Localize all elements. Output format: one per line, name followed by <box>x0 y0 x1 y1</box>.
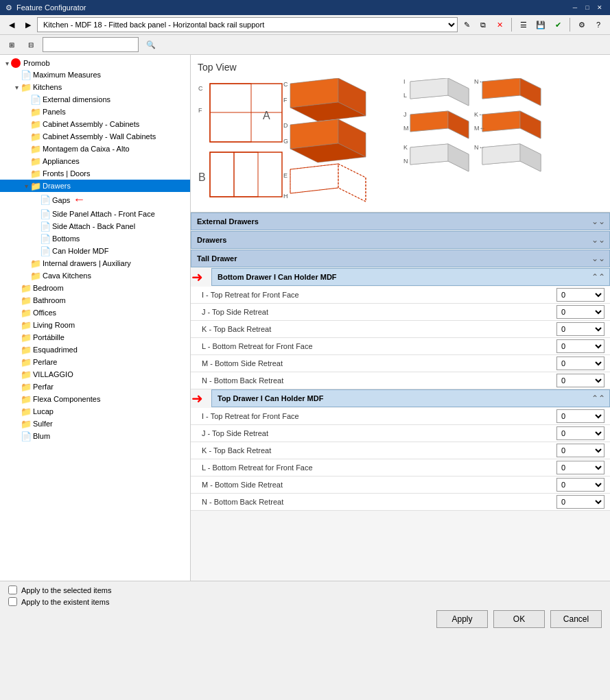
sidebar-item-offices[interactable]: 📁Offices <box>0 306 190 319</box>
property-select[interactable]: 0 <box>556 305 605 319</box>
sidebar-item-internal-drawers[interactable]: 📁Internal drawers | Auxiliary <box>0 257 190 269</box>
toolbar-back-button[interactable]: ◀ <box>4 17 19 32</box>
sidebar-item-villaggio[interactable]: 📁VILLAGGIO <box>0 368 190 381</box>
sidebar-item-promob[interactable]: ▾Promob <box>0 58 190 69</box>
sidebar-item-gaps[interactable]: 📄Gaps← <box>0 192 190 208</box>
sidebar-item-portabille[interactable]: 📁Portábille <box>0 331 190 343</box>
tree-collapse-button[interactable]: ⊞ <box>4 37 19 52</box>
minimize-button[interactable]: ─ <box>570 3 580 12</box>
property-select[interactable]: 0 <box>556 374 605 387</box>
toolbar-delete-button[interactable]: ✕ <box>492 17 507 32</box>
sidebar-item-side-attach-back[interactable]: 📄Side Attach - Back Panel <box>0 220 190 232</box>
property-select[interactable]: 0 <box>556 357 605 370</box>
toolbar-copy-button[interactable]: ⧉ <box>476 17 491 32</box>
apply-selected-label[interactable]: Apply to the selected items <box>21 586 111 594</box>
toolbar-forward-button[interactable]: ▶ <box>21 17 36 32</box>
sidebar-item-cab-assem-wall[interactable]: 📁Cabinet Assembly - Wall Cabinets <box>0 130 190 143</box>
search-bar: ⊞ ⊟ 🔍 <box>0 35 610 55</box>
configuration-dropdown[interactable]: Kitchen - MDF 18 - Fitted back panel - H… <box>37 17 458 32</box>
section-header-top-drawer[interactable]: ➜Top Drawer I Can Holder MDF⌃⌃ <box>211 389 610 407</box>
sidebar-item-bedroom[interactable]: 📁Bedroom <box>0 282 190 294</box>
property-label: K - Top Back Retreat <box>202 325 550 333</box>
sidebar-item-max-measures[interactable]: 📄Maximum Measures <box>0 69 190 81</box>
title-bar: ⚙ Feature Configurator ─ □ ✕ <box>0 0 610 15</box>
svg-text:M: M <box>403 125 409 132</box>
close-button[interactable]: ✕ <box>595 3 605 12</box>
toolbar-settings-button[interactable]: ⚙ <box>574 17 589 32</box>
sidebar-item-ext-dim[interactable]: 📄External dimensions <box>0 93 190 106</box>
maximize-button[interactable]: □ <box>583 3 592 12</box>
toolbar-save-button[interactable]: 💾 <box>532 17 549 32</box>
property-select[interactable]: 0 <box>556 495 605 509</box>
section-header-tall-drawer[interactable]: Tall Drawer⌄⌄ <box>191 250 610 267</box>
property-select[interactable]: 0 <box>556 478 605 492</box>
apply-existent-label[interactable]: Apply to the existent items <box>21 598 109 606</box>
apply-existent-checkbox[interactable] <box>8 597 17 606</box>
svg-text:F: F <box>283 97 288 104</box>
sidebar-item-cava[interactable]: 📁Cava Kitchens <box>0 269 190 282</box>
tree-expand-icon[interactable]: ▾ <box>12 83 21 91</box>
sidebar-item-montagem[interactable]: 📁Montagem da Caixa - Alto <box>0 143 190 155</box>
section-header-external-drawers[interactable]: External Drawers⌄⌄ <box>191 213 610 230</box>
sidebar-item-bottoms[interactable]: 📄Bottoms <box>0 232 190 245</box>
tree-item-icon: 📁 <box>21 381 32 392</box>
sidebar-label-perlare: Perlare <box>32 358 57 366</box>
toolbar-check-button[interactable]: ✔ <box>550 17 565 32</box>
sidebar-item-perlare[interactable]: 📁Perlare <box>0 356 190 368</box>
sidebar-item-side-panel-attach[interactable]: 📄Side Panel Attach - Front Face <box>0 208 190 220</box>
property-select[interactable]: 0 <box>556 322 605 336</box>
sidebar-item-panels[interactable]: 📁Panels <box>0 106 190 118</box>
svg-text:I: I <box>403 78 406 85</box>
tree-expand-icon <box>32 247 40 255</box>
diagram-title: Top View <box>198 62 603 73</box>
sidebar-label-cab-assem-cab: Cabinet Assembly - Cabinets <box>41 120 139 128</box>
tree-expand-button[interactable]: ⊟ <box>23 37 38 52</box>
sidebar-item-cab-assem-cab[interactable]: 📁Cabinet Assembly - Cabinets <box>0 118 190 130</box>
sidebar-item-fronts-doors[interactable]: 📁Fronts | Doors <box>0 167 190 180</box>
sidebar-item-kitchens[interactable]: ▾📁Kitchens <box>0 81 190 93</box>
search-button[interactable]: 🔍 <box>143 37 159 52</box>
sidebar-item-blum[interactable]: 📄Blum <box>0 430 190 442</box>
toolbar-list-button[interactable]: ☰ <box>516 17 531 32</box>
property-select[interactable]: 0 <box>556 339 605 353</box>
property-select[interactable]: 0 <box>556 288 605 302</box>
sidebar-item-esquadrimed[interactable]: 📁Esquadrimed <box>0 343 190 356</box>
sidebar-item-perfar[interactable]: 📁Perfar <box>0 381 190 393</box>
sidebar-item-flexa[interactable]: 📁Flexa Componentes <box>0 393 190 405</box>
tree-expand-icon[interactable]: ▾ <box>22 182 30 190</box>
property-value-container: 0 <box>550 444 605 457</box>
sidebar-item-living-room[interactable]: 📁Living Room <box>0 319 190 331</box>
property-select[interactable]: 0 <box>556 444 605 457</box>
property-select[interactable]: 0 <box>556 461 605 474</box>
toolbar-edit-button[interactable]: ✎ <box>459 17 474 32</box>
apply-button[interactable]: Apply <box>436 610 488 628</box>
tree-expand-icon <box>32 234 40 243</box>
tree-expand-icon <box>12 395 21 403</box>
toolbar-help-button[interactable]: ? <box>591 17 606 32</box>
sidebar-item-appliances[interactable]: 📁Appliances <box>0 155 190 167</box>
apply-selected-checkbox[interactable] <box>8 586 17 594</box>
section-header-bottom-drawer[interactable]: ➜Bottom Drawer I Can Holder MDF⌃⌃ <box>211 268 610 286</box>
section-header-drawers[interactable]: Drawers⌄⌄ <box>191 231 610 249</box>
cancel-button[interactable]: Cancel <box>550 610 602 628</box>
tree-expand-icon <box>12 420 21 428</box>
property-label: J - Top Side Retreat <box>202 429 550 437</box>
tree-expand-icon[interactable]: ▾ <box>3 59 11 67</box>
tree-item-icon: 📁 <box>21 369 32 380</box>
search-input[interactable] <box>43 37 139 52</box>
sidebar-item-bathroom[interactable]: 📁Bathroom <box>0 294 190 306</box>
sidebar-item-lucap[interactable]: 📁Lucap <box>0 405 190 418</box>
sidebar-item-sulfer[interactable]: 📁Sulfer <box>0 418 190 430</box>
sidebar-label-side-panel-attach: Side Panel Attach - Front Face <box>51 210 155 218</box>
property-select[interactable]: 0 <box>556 409 605 423</box>
sidebar-item-can-holder[interactable]: 📄Can Holder MDF <box>0 245 190 257</box>
svg-marker-38 <box>410 144 448 165</box>
sidebar-label-sulfer: Sulfer <box>32 420 53 428</box>
annotation-arrow: ← <box>73 193 85 207</box>
sidebar-item-drawers[interactable]: ▾📁Drawers <box>0 180 190 192</box>
tree-expand-icon <box>32 210 40 218</box>
ok-button[interactable]: OK <box>493 610 545 628</box>
sidebar-label-appliances: Appliances <box>41 157 80 165</box>
svg-marker-33 <box>410 111 448 132</box>
property-select[interactable]: 0 <box>556 426 605 440</box>
